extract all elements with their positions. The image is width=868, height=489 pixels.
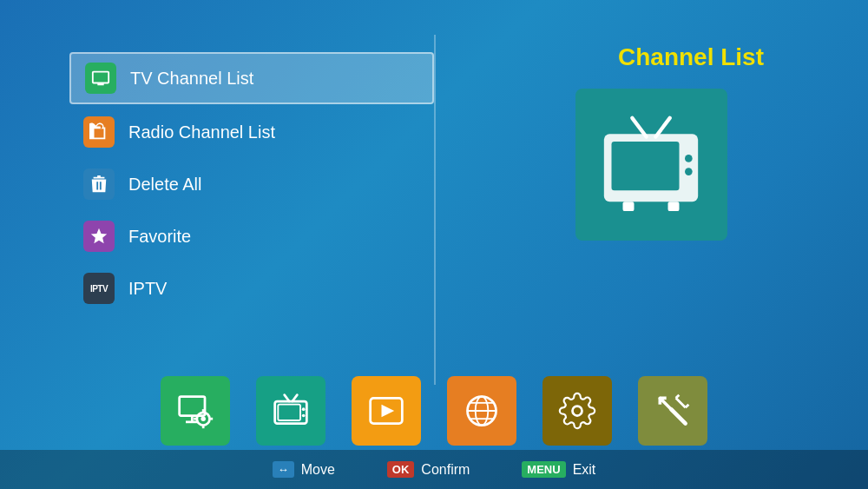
tv-preview xyxy=(575,89,727,241)
svg-point-30 xyxy=(573,406,582,416)
status-bar: ↔ Move OK Confirm MENU Exit xyxy=(0,450,868,489)
divider xyxy=(434,35,436,385)
iptv-icon: IPTV xyxy=(83,273,115,304)
delete-all-icon xyxy=(83,169,115,200)
svg-point-21 xyxy=(302,407,306,411)
ok-badge: OK xyxy=(387,461,415,478)
bottom-toolbar xyxy=(0,376,868,446)
svg-point-5 xyxy=(685,168,693,175)
status-exit: MENU Exit xyxy=(522,461,595,478)
move-label: Move xyxy=(301,462,335,478)
svg-point-22 xyxy=(302,414,306,418)
menu-item-iptv-label: IPTV xyxy=(128,279,167,299)
svg-point-4 xyxy=(685,155,693,162)
toolbar-tools-button[interactable] xyxy=(638,376,707,446)
status-move: ↔ Move xyxy=(273,461,335,478)
status-confirm: OK Confirm xyxy=(387,461,470,478)
svg-rect-6 xyxy=(623,202,635,211)
svg-line-35 xyxy=(676,398,686,407)
menu-item-radio-channel-list[interactable]: Radio Channel List xyxy=(69,108,434,156)
exit-label: Exit xyxy=(573,462,596,478)
toolbar-gear-button[interactable] xyxy=(542,376,612,446)
toolbar-globe-button[interactable] xyxy=(447,376,516,446)
svg-line-34 xyxy=(671,409,686,424)
svg-line-36 xyxy=(676,395,680,399)
menu-item-delete-all-label: Delete All xyxy=(128,175,202,195)
confirm-label: Confirm xyxy=(421,462,470,478)
menu-item-tv-channel-list[interactable]: TV Channel List xyxy=(69,52,434,104)
toolbar-settings-button[interactable] xyxy=(161,376,230,446)
move-badge: ↔ xyxy=(273,461,294,478)
favorite-icon xyxy=(83,221,115,252)
menu-item-iptv[interactable]: IPTV IPTV xyxy=(69,264,434,313)
menu-item-radio-channel-list-label: Radio Channel List xyxy=(128,122,275,142)
menu-item-favorite-label: Favorite xyxy=(128,227,191,247)
right-panel: Channel List xyxy=(486,43,816,313)
svg-rect-20 xyxy=(278,405,300,420)
svg-marker-24 xyxy=(382,405,395,418)
toolbar-media-button[interactable] xyxy=(352,376,421,446)
menu-badge: MENU xyxy=(522,461,565,478)
panel-title: Channel List xyxy=(618,43,764,71)
svg-line-37 xyxy=(686,405,689,408)
svg-rect-7 xyxy=(668,202,680,211)
menu-item-favorite[interactable]: Favorite xyxy=(69,212,434,261)
menu-item-delete-all[interactable]: Delete All xyxy=(69,160,434,208)
menu-item-tv-channel-list-label: TV Channel List xyxy=(130,69,253,89)
svg-point-12 xyxy=(201,416,206,421)
toolbar-tv-button[interactable] xyxy=(256,376,326,446)
radio-channel-list-icon xyxy=(83,116,115,148)
menu-list: TV Channel List Radio Channel List Delet… xyxy=(69,52,434,313)
tv-channel-list-icon xyxy=(85,63,116,94)
svg-rect-3 xyxy=(612,141,680,189)
